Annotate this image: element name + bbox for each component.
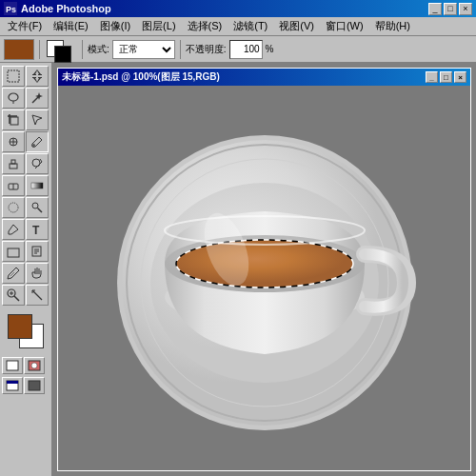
svg-point-5 (9, 93, 18, 101)
svg-text:Ps: Ps (6, 5, 16, 14)
marquee-tool[interactable] (2, 66, 25, 87)
notes-tool[interactable] (26, 241, 49, 262)
history-brush-tool[interactable] (26, 153, 49, 174)
mode-label: 模式: (88, 43, 109, 56)
tool-row-3 (2, 109, 50, 130)
full-screen-menu[interactable] (24, 377, 45, 394)
blur-tool[interactable] (2, 197, 25, 218)
tool-row-4 (2, 131, 50, 152)
menu-select[interactable]: 选择(S) (182, 17, 228, 35)
color-swatches (4, 312, 51, 352)
svg-rect-27 (8, 248, 19, 257)
svg-line-37 (32, 290, 42, 300)
document-titlebar: 未标器-1.psd @ 100%(图层 15,RGB) _ □ × (58, 69, 470, 86)
menu-filter[interactable]: 滤镜(T) (228, 17, 273, 35)
magic-wand-tool[interactable] (26, 88, 49, 109)
menu-help[interactable]: 帮助(H) (369, 17, 416, 35)
standard-mode[interactable] (2, 357, 23, 374)
app-title-bar: Ps Adobe Photoshop _ □ × (0, 0, 476, 17)
menu-bar: 文件(F) 编辑(E) 图像(I) 图层(L) 选择(S) 滤镜(T) 视图(V… (0, 17, 476, 36)
slice-tool[interactable] (26, 109, 49, 130)
tool-row-10 (2, 263, 50, 284)
document-title: 未标器-1.psd @ 100%(图层 15,RGB) (62, 70, 426, 84)
tool-row-screenmode (2, 377, 50, 394)
eyedropper-tool[interactable] (2, 263, 25, 284)
lasso-tool[interactable] (2, 88, 25, 109)
quick-mask-mode[interactable] (24, 357, 45, 374)
tool-row-11 (2, 285, 50, 306)
foreground-color-swatch[interactable] (8, 314, 32, 339)
heal-tool[interactable] (2, 131, 25, 152)
maximize-button[interactable]: □ (444, 3, 457, 15)
svg-point-23 (9, 203, 18, 212)
svg-point-24 (32, 203, 38, 208)
brush-tool[interactable] (26, 131, 49, 152)
doc-close-btn[interactable]: × (454, 71, 466, 83)
options-toolbar: 模式: 正常 溶解 变暗 正片叠底 不透明度: % (0, 36, 476, 63)
tool-row-2 (2, 88, 50, 109)
doc-minimize-btn[interactable]: _ (426, 71, 438, 83)
menu-file[interactable]: 文件(F) (2, 17, 48, 35)
svg-text:T: T (32, 224, 40, 236)
main-area: T (0, 63, 476, 476)
tool-row-1 (2, 66, 50, 87)
document-window: 未标器-1.psd @ 100%(图层 15,RGB) _ □ × (57, 68, 471, 471)
shape-tool[interactable] (2, 241, 25, 262)
svg-line-34 (14, 296, 19, 301)
dodge-tool[interactable] (26, 197, 49, 218)
menu-view[interactable]: 视图(V) (273, 17, 320, 35)
svg-rect-11 (10, 117, 18, 125)
options-brush-preview (45, 38, 77, 61)
divider-1 (39, 40, 40, 59)
menu-window[interactable]: 窗口(W) (320, 17, 369, 35)
close-button[interactable]: × (459, 3, 472, 15)
measure-tool[interactable] (26, 285, 49, 306)
opacity-percent: % (266, 44, 274, 54)
hand-tool[interactable] (26, 263, 49, 284)
black-swatch (54, 46, 71, 63)
opacity-label: 不透明度: (186, 43, 227, 56)
tool-row-7 (2, 197, 50, 218)
svg-marker-3 (32, 69, 42, 75)
svg-rect-18 (11, 160, 15, 164)
doc-maximize-btn[interactable]: □ (440, 71, 452, 83)
text-tool[interactable]: T (26, 219, 49, 240)
divider-3 (180, 40, 181, 59)
menu-layer[interactable]: 图层(L) (136, 17, 181, 35)
mode-select[interactable]: 正常 溶解 变暗 正片叠底 (112, 40, 175, 59)
zoom-tool[interactable] (2, 285, 25, 306)
tool-row-5 (2, 153, 50, 174)
options-color-swatch[interactable] (4, 39, 34, 60)
tool-row-quickmask (2, 357, 50, 374)
crop-tool[interactable] (2, 109, 25, 130)
pen-tool[interactable] (2, 219, 25, 240)
standard-screen[interactable] (2, 377, 23, 394)
svg-rect-40 (7, 361, 18, 370)
menu-image[interactable]: 图像(I) (94, 17, 136, 35)
tools-panel: T (0, 63, 52, 476)
eraser-tool[interactable] (2, 175, 25, 196)
app-icon: Ps (4, 2, 17, 15)
opacity-input[interactable] (229, 40, 263, 59)
svg-line-25 (38, 208, 43, 213)
minimize-button[interactable]: _ (428, 3, 442, 15)
gradient-tool[interactable] (26, 175, 49, 196)
document-buttons: _ □ × (426, 71, 466, 83)
svg-point-16 (32, 144, 35, 147)
svg-rect-44 (7, 381, 18, 384)
canvas-area: 未标器-1.psd @ 100%(图层 15,RGB) _ □ × (52, 63, 476, 476)
svg-rect-45 (29, 381, 40, 390)
app-title: Adobe Photoshop (21, 3, 428, 14)
divider-2 (82, 40, 83, 59)
svg-marker-4 (32, 77, 42, 83)
cup-illustration (103, 116, 426, 440)
move-tool[interactable] (26, 66, 49, 87)
stamp-tool[interactable] (2, 153, 25, 174)
tool-row-9 (2, 241, 50, 262)
title-buttons: _ □ × (428, 3, 472, 15)
svg-line-7 (32, 96, 39, 103)
svg-point-42 (31, 363, 37, 368)
svg-rect-17 (10, 164, 17, 169)
svg-rect-2 (8, 70, 19, 82)
menu-edit[interactable]: 编辑(E) (48, 17, 94, 35)
